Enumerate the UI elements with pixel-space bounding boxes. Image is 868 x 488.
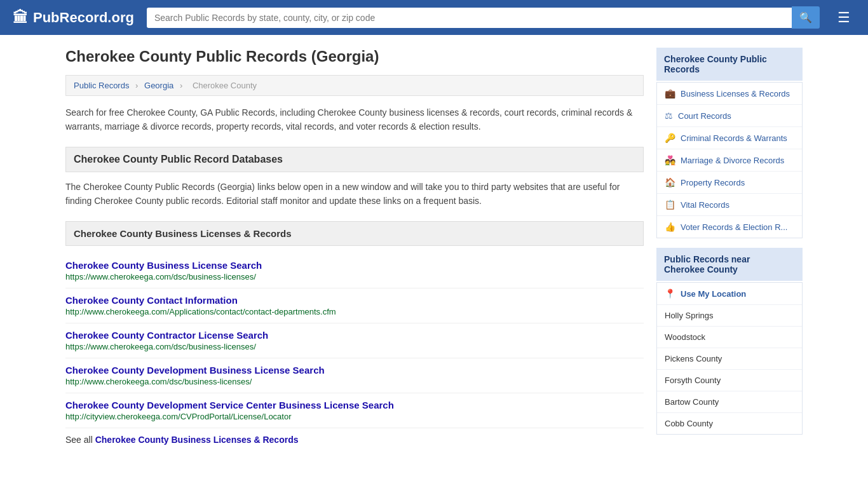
sidebar-label-court: Court Records <box>678 111 731 121</box>
sidebar-nearby-forsyth[interactable]: Forsyth County <box>657 370 802 391</box>
content-area: Cherokee County Public Records (Georgia)… <box>65 48 644 451</box>
record-url-4: http://cityview.cherokeega.com/CVProdPor… <box>65 412 644 421</box>
sidebar-item-court[interactable]: ⚖ Court Records <box>657 105 802 127</box>
property-icon: 🏠 <box>665 177 675 187</box>
sidebar-label-voter: Voter Records & Election R... <box>681 222 787 232</box>
search-button[interactable]: 🔍 <box>792 6 820 29</box>
sidebar-nearby-list: 📍 Use My Location Holly Springs Woodstoc… <box>656 282 803 435</box>
databases-section-header: Cherokee County Public Record Databases <box>65 147 644 172</box>
logo-text: PubRecord.org <box>33 10 134 26</box>
sidebar-item-vital[interactable]: 📋 Vital Records <box>657 194 802 216</box>
marriage-icon: 💑 <box>665 155 675 165</box>
sidebar-records-section: Cherokee County Public Records 💼 Busines… <box>656 48 803 238</box>
site-logo[interactable]: 🏛 PubRecord.org <box>13 9 134 27</box>
menu-icon: ☰ <box>837 10 850 25</box>
sidebar-nearby-section: Public Records near Cherokee County 📍 Us… <box>656 248 803 435</box>
breadcrumb-georgia[interactable]: Georgia <box>144 81 173 90</box>
business-icon: 💼 <box>665 88 675 98</box>
site-header: 🏛 PubRecord.org 🔍 ☰ <box>0 0 868 35</box>
nearby-label-1: Woodstock <box>665 332 705 342</box>
sidebar-item-voter[interactable]: 👍 Voter Records & Election R... <box>657 216 802 238</box>
record-url-3: http://www.cherokeega.com/dsc/business-l… <box>65 377 644 386</box>
search-input[interactable] <box>147 8 792 28</box>
sidebar-item-marriage[interactable]: 💑 Marriage & Divorce Records <box>657 149 802 172</box>
sidebar-items-list: 💼 Business Licenses & Records ⚖ Court Re… <box>656 82 803 238</box>
databases-desc: The Cherokee County Public Records (Geor… <box>65 180 644 208</box>
nearby-label-5: Cobb County <box>665 419 713 428</box>
breadcrumb: Public Records › Georgia › Cherokee Coun… <box>65 75 644 96</box>
record-item-3: Cherokee County Development Business Lic… <box>65 358 644 393</box>
voter-icon: 👍 <box>665 222 675 232</box>
sidebar-nearby-header: Public Records near Cherokee County <box>656 248 803 281</box>
record-link-3[interactable]: Cherokee County Development Business Lic… <box>65 365 325 376</box>
breadcrumb-sep-2: › <box>180 81 182 90</box>
court-icon: ⚖ <box>665 111 673 121</box>
nearby-label-0: Holly Springs <box>665 311 714 320</box>
sidebar-label-business: Business Licenses & Records <box>681 89 790 98</box>
see-all-line: See all Cherokee County Business License… <box>65 428 644 451</box>
record-item-2: Cherokee County Contractor License Searc… <box>65 323 644 358</box>
sidebar-label-marriage: Marriage & Divorce Records <box>681 156 784 165</box>
record-url-1: http://www.cherokeega.com/Applications/c… <box>65 307 644 316</box>
menu-button[interactable]: ☰ <box>832 7 855 29</box>
record-item-4: Cherokee County Development Service Cent… <box>65 393 644 428</box>
record-url-0: https://www.cherokeega.com/dsc/business-… <box>65 272 644 281</box>
record-url-2: https://www.cherokeega.com/dsc/business-… <box>65 342 644 351</box>
sidebar-label-vital: Vital Records <box>681 200 729 210</box>
record-link-1[interactable]: Cherokee County Contact Information <box>65 295 238 306</box>
sidebar: Cherokee County Public Records 💼 Busines… <box>656 48 803 451</box>
sidebar-use-location[interactable]: 📍 Use My Location <box>657 283 802 305</box>
record-link-4[interactable]: Cherokee County Development Service Cent… <box>65 400 394 410</box>
sidebar-nearby-woodstock[interactable]: Woodstock <box>657 327 802 348</box>
sidebar-item-property[interactable]: 🏠 Property Records <box>657 172 802 194</box>
main-container: Cherokee County Public Records (Georgia)… <box>53 35 815 464</box>
sidebar-item-criminal[interactable]: 🔑 Criminal Records & Warrants <box>657 127 802 149</box>
search-area: 🔍 <box>147 6 820 29</box>
sidebar-nearby-holly-springs[interactable]: Holly Springs <box>657 305 802 327</box>
page-title: Cherokee County Public Records (Georgia) <box>65 48 644 65</box>
record-link-0[interactable]: Cherokee County Business License Search <box>65 260 262 271</box>
breadcrumb-sep-1: › <box>135 81 138 90</box>
sidebar-nearby-pickens[interactable]: Pickens County <box>657 348 802 370</box>
logo-icon: 🏛 <box>13 9 28 27</box>
sidebar-records-header: Cherokee County Public Records <box>656 48 803 81</box>
sidebar-label-property: Property Records <box>681 178 745 187</box>
location-pin-icon: 📍 <box>665 288 675 299</box>
business-section-header: Cherokee County Business Licenses & Reco… <box>65 221 644 246</box>
see-all-link[interactable]: Cherokee County Business Licenses & Reco… <box>95 435 299 445</box>
search-icon: 🔍 <box>799 12 812 23</box>
nearby-label-4: Bartow County <box>665 397 719 407</box>
breadcrumb-public-records[interactable]: Public Records <box>74 81 129 90</box>
nearby-label-2: Pickens County <box>665 354 722 363</box>
use-location-label: Use My Location <box>681 289 746 299</box>
record-item-1: Cherokee County Contact Information http… <box>65 288 644 323</box>
sidebar-label-criminal: Criminal Records & Warrants <box>681 133 787 143</box>
see-all-prefix: See all <box>65 435 95 445</box>
nearby-label-3: Forsyth County <box>665 376 721 385</box>
vital-icon: 📋 <box>665 200 675 210</box>
sidebar-nearby-cobb[interactable]: Cobb County <box>657 413 802 434</box>
intro-text: Search for free Cherokee County, GA Publ… <box>65 105 644 134</box>
criminal-icon: 🔑 <box>665 133 675 143</box>
breadcrumb-county: Cherokee County <box>193 81 257 90</box>
sidebar-nearby-bartow[interactable]: Bartow County <box>657 391 802 413</box>
sidebar-item-business[interactable]: 💼 Business Licenses & Records <box>657 83 802 105</box>
record-item-0: Cherokee County Business License Search … <box>65 254 644 288</box>
record-link-2[interactable]: Cherokee County Contractor License Searc… <box>65 330 268 341</box>
